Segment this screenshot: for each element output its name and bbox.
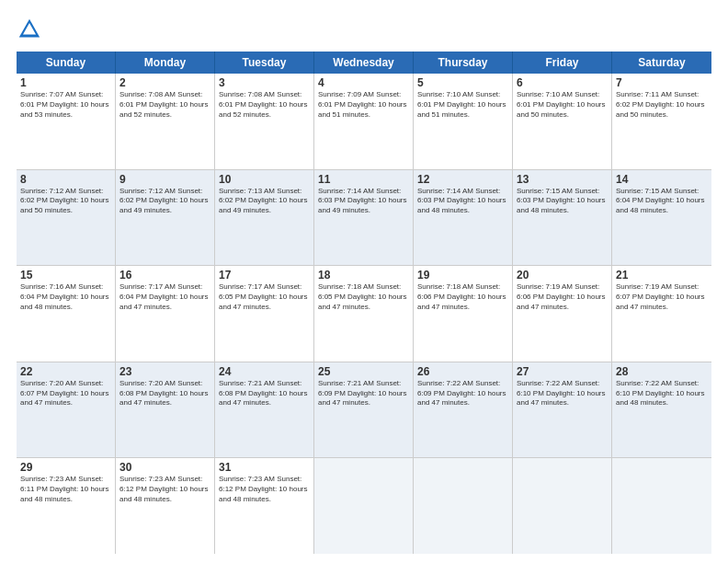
cell-info: Sunrise: 7:23 AM Sunset: 6:12 PM Dayligh… xyxy=(219,475,310,504)
cell-info: Sunrise: 7:17 AM Sunset: 6:05 PM Dayligh… xyxy=(219,282,310,312)
day-number: 25 xyxy=(318,365,409,378)
day-number: 18 xyxy=(318,269,409,282)
calendar-cell: 20Sunrise: 7:19 AM Sunset: 6:06 PM Dayli… xyxy=(513,266,612,362)
calendar-cell: 7Sunrise: 7:11 AM Sunset: 6:02 PM Daylig… xyxy=(612,74,711,169)
calendar: SundayMondayTuesdayWednesdayThursdayFrid… xyxy=(17,52,711,554)
calendar-row: 22Sunrise: 7:20 AM Sunset: 6:07 PM Dayli… xyxy=(17,362,711,459)
day-number: 19 xyxy=(417,269,508,282)
calendar-cell: 1Sunrise: 7:07 AM Sunset: 6:01 PM Daylig… xyxy=(17,74,116,169)
day-number: 6 xyxy=(517,76,608,89)
calendar-cell: 6Sunrise: 7:10 AM Sunset: 6:01 PM Daylig… xyxy=(513,74,612,169)
cell-info: Sunrise: 7:17 AM Sunset: 6:04 PM Dayligh… xyxy=(119,282,210,312)
cell-info: Sunrise: 7:16 AM Sunset: 6:04 PM Dayligh… xyxy=(20,282,111,312)
day-number: 30 xyxy=(119,461,210,474)
cell-info: Sunrise: 7:20 AM Sunset: 6:07 PM Dayligh… xyxy=(20,379,111,408)
cell-info: Sunrise: 7:08 AM Sunset: 6:01 PM Dayligh… xyxy=(219,90,310,120)
cell-info: Sunrise: 7:22 AM Sunset: 6:09 PM Dayligh… xyxy=(417,379,508,408)
logo-icon xyxy=(17,17,42,42)
day-number: 15 xyxy=(20,269,111,282)
calendar-cell: 3Sunrise: 7:08 AM Sunset: 6:01 PM Daylig… xyxy=(215,74,314,169)
page: SundayMondayTuesdayWednesdayThursdayFrid… xyxy=(0,0,728,563)
cell-info: Sunrise: 7:21 AM Sunset: 6:09 PM Dayligh… xyxy=(318,379,409,408)
calendar-header: SundayMondayTuesdayWednesdayThursdayFrid… xyxy=(17,52,711,74)
day-number: 14 xyxy=(616,173,708,186)
cell-info: Sunrise: 7:18 AM Sunset: 6:05 PM Dayligh… xyxy=(318,282,409,312)
header xyxy=(17,17,711,42)
cell-info: Sunrise: 7:10 AM Sunset: 6:01 PM Dayligh… xyxy=(517,90,608,120)
cell-info: Sunrise: 7:11 AM Sunset: 6:02 PM Dayligh… xyxy=(616,90,708,120)
day-number: 10 xyxy=(219,173,310,186)
cell-info: Sunrise: 7:23 AM Sunset: 6:11 PM Dayligh… xyxy=(20,475,111,504)
weekday-header-monday: Monday xyxy=(116,52,215,74)
day-number: 8 xyxy=(20,173,111,186)
calendar-cell: 16Sunrise: 7:17 AM Sunset: 6:04 PM Dayli… xyxy=(116,266,215,362)
calendar-cell: 8Sunrise: 7:12 AM Sunset: 6:02 PM Daylig… xyxy=(17,170,116,266)
day-number: 21 xyxy=(616,269,708,282)
day-number: 4 xyxy=(318,76,409,89)
calendar-row: 8Sunrise: 7:12 AM Sunset: 6:02 PM Daylig… xyxy=(17,170,711,267)
day-number: 5 xyxy=(417,76,508,89)
weekday-header-thursday: Thursday xyxy=(414,52,513,74)
calendar-cell: 19Sunrise: 7:18 AM Sunset: 6:06 PM Dayli… xyxy=(414,266,513,362)
cell-info: Sunrise: 7:07 AM Sunset: 6:01 PM Dayligh… xyxy=(20,90,111,120)
cell-info: Sunrise: 7:19 AM Sunset: 6:07 PM Dayligh… xyxy=(616,282,708,312)
day-number: 24 xyxy=(219,365,310,378)
calendar-cell: 9Sunrise: 7:12 AM Sunset: 6:02 PM Daylig… xyxy=(116,170,215,266)
calendar-cell xyxy=(314,458,414,554)
day-number: 13 xyxy=(517,173,608,186)
day-number: 17 xyxy=(219,269,310,282)
day-number: 28 xyxy=(616,365,708,378)
day-number: 16 xyxy=(119,269,210,282)
calendar-cell: 17Sunrise: 7:17 AM Sunset: 6:05 PM Dayli… xyxy=(215,266,314,362)
cell-info: Sunrise: 7:14 AM Sunset: 6:03 PM Dayligh… xyxy=(318,187,409,216)
day-number: 27 xyxy=(517,365,608,378)
logo xyxy=(17,17,48,42)
calendar-cell: 29Sunrise: 7:23 AM Sunset: 6:11 PM Dayli… xyxy=(17,458,116,554)
calendar-cell: 23Sunrise: 7:20 AM Sunset: 6:08 PM Dayli… xyxy=(116,362,215,458)
day-number: 3 xyxy=(219,76,310,89)
calendar-cell: 11Sunrise: 7:14 AM Sunset: 6:03 PM Dayli… xyxy=(314,170,414,266)
calendar-row: 1Sunrise: 7:07 AM Sunset: 6:01 PM Daylig… xyxy=(17,74,711,170)
calendar-cell: 14Sunrise: 7:15 AM Sunset: 6:04 PM Dayli… xyxy=(612,170,711,266)
day-number: 29 xyxy=(20,461,111,474)
calendar-cell: 15Sunrise: 7:16 AM Sunset: 6:04 PM Dayli… xyxy=(17,266,116,362)
calendar-row: 15Sunrise: 7:16 AM Sunset: 6:04 PM Dayli… xyxy=(17,266,711,362)
cell-info: Sunrise: 7:15 AM Sunset: 6:03 PM Dayligh… xyxy=(517,187,608,216)
day-number: 26 xyxy=(417,365,508,378)
calendar-cell: 12Sunrise: 7:14 AM Sunset: 6:03 PM Dayli… xyxy=(414,170,513,266)
cell-info: Sunrise: 7:21 AM Sunset: 6:08 PM Dayligh… xyxy=(219,379,310,408)
logo-text xyxy=(17,17,48,42)
calendar-row: 29Sunrise: 7:23 AM Sunset: 6:11 PM Dayli… xyxy=(17,458,711,554)
cell-info: Sunrise: 7:12 AM Sunset: 6:02 PM Dayligh… xyxy=(119,187,210,216)
calendar-cell: 2Sunrise: 7:08 AM Sunset: 6:01 PM Daylig… xyxy=(116,74,215,169)
calendar-cell: 30Sunrise: 7:23 AM Sunset: 6:12 PM Dayli… xyxy=(116,458,215,554)
cell-info: Sunrise: 7:22 AM Sunset: 6:10 PM Dayligh… xyxy=(517,379,608,408)
day-number: 20 xyxy=(517,269,608,282)
day-number: 7 xyxy=(616,76,708,89)
cell-info: Sunrise: 7:14 AM Sunset: 6:03 PM Dayligh… xyxy=(417,187,508,216)
day-number: 9 xyxy=(119,173,210,186)
calendar-cell: 18Sunrise: 7:18 AM Sunset: 6:05 PM Dayli… xyxy=(314,266,414,362)
calendar-cell xyxy=(414,458,513,554)
calendar-cell xyxy=(513,458,612,554)
calendar-cell: 21Sunrise: 7:19 AM Sunset: 6:07 PM Dayli… xyxy=(612,266,711,362)
calendar-cell: 26Sunrise: 7:22 AM Sunset: 6:09 PM Dayli… xyxy=(414,362,513,458)
weekday-header-sunday: Sunday xyxy=(17,52,116,74)
day-number: 11 xyxy=(318,173,409,186)
cell-info: Sunrise: 7:12 AM Sunset: 6:02 PM Dayligh… xyxy=(20,187,111,216)
calendar-cell: 31Sunrise: 7:23 AM Sunset: 6:12 PM Dayli… xyxy=(215,458,314,554)
day-number: 2 xyxy=(119,76,210,89)
weekday-header-wednesday: Wednesday xyxy=(314,52,414,74)
calendar-cell: 13Sunrise: 7:15 AM Sunset: 6:03 PM Dayli… xyxy=(513,170,612,266)
weekday-header-tuesday: Tuesday xyxy=(215,52,314,74)
cell-info: Sunrise: 7:18 AM Sunset: 6:06 PM Dayligh… xyxy=(417,282,508,312)
day-number: 22 xyxy=(20,365,111,378)
cell-info: Sunrise: 7:15 AM Sunset: 6:04 PM Dayligh… xyxy=(616,187,708,216)
calendar-cell: 27Sunrise: 7:22 AM Sunset: 6:10 PM Dayli… xyxy=(513,362,612,458)
cell-info: Sunrise: 7:09 AM Sunset: 6:01 PM Dayligh… xyxy=(318,90,409,120)
weekday-header-saturday: Saturday xyxy=(612,52,711,74)
calendar-cell xyxy=(612,458,711,554)
day-number: 23 xyxy=(119,365,210,378)
calendar-cell: 28Sunrise: 7:22 AM Sunset: 6:10 PM Dayli… xyxy=(612,362,711,458)
cell-info: Sunrise: 7:20 AM Sunset: 6:08 PM Dayligh… xyxy=(119,379,210,408)
